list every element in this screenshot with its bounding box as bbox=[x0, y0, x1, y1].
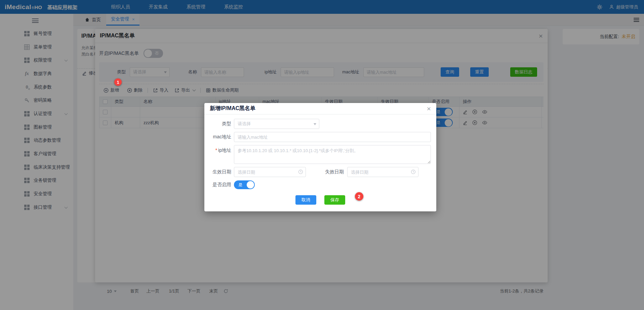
mac-input[interactable] bbox=[234, 132, 431, 142]
start-date-label: 生效日期 bbox=[210, 169, 231, 175]
enabled-toggle[interactable]: 是 bbox=[234, 180, 255, 189]
step-badge-2: 2 bbox=[355, 192, 363, 201]
close-icon[interactable]: × bbox=[427, 105, 431, 112]
clock-icon bbox=[411, 169, 416, 174]
cancel-button[interactable]: 取消 bbox=[295, 195, 316, 205]
enabled-field-row: 是否启用 是 bbox=[210, 180, 431, 189]
type-select[interactable]: 请选择 bbox=[234, 119, 319, 129]
ip-field-row: *ip地址 bbox=[210, 145, 431, 164]
ip-label: ip地址 bbox=[218, 147, 231, 153]
mac-field-row: mac地址 bbox=[210, 132, 431, 142]
enabled-label: 是否启用 bbox=[210, 182, 231, 188]
date-fields-row: 生效日期 失效日期 bbox=[210, 167, 431, 177]
add-modal-header: 新增IP/MAC黑名单 × bbox=[204, 103, 436, 114]
type-field-row: 类型 请选择 bbox=[210, 119, 431, 129]
type-label: 类型 bbox=[210, 121, 231, 127]
step-badge-1: 1 bbox=[114, 78, 122, 86]
add-blacklist-modal: 新增IP/MAC黑名单 × 类型 请选择 mac地址 *ip地址 生效日期 失效… bbox=[204, 103, 436, 211]
required-asterisk: * bbox=[215, 147, 217, 153]
start-date-input[interactable] bbox=[234, 167, 306, 177]
mac-label: mac地址 bbox=[210, 134, 231, 140]
end-date-input[interactable] bbox=[347, 167, 418, 177]
save-button[interactable]: 保存 bbox=[324, 195, 345, 205]
end-date-label: 失效日期 bbox=[325, 169, 344, 175]
add-modal-body: 类型 请选择 mac地址 *ip地址 生效日期 失效日期 bbox=[204, 119, 436, 205]
ip-textarea[interactable] bbox=[234, 145, 431, 164]
add-modal-title: 新增IP/MAC黑名单 bbox=[210, 105, 255, 112]
caret-down-icon bbox=[314, 123, 316, 127]
clock-icon bbox=[298, 169, 303, 174]
add-modal-footer: 取消 保存 bbox=[210, 195, 431, 205]
